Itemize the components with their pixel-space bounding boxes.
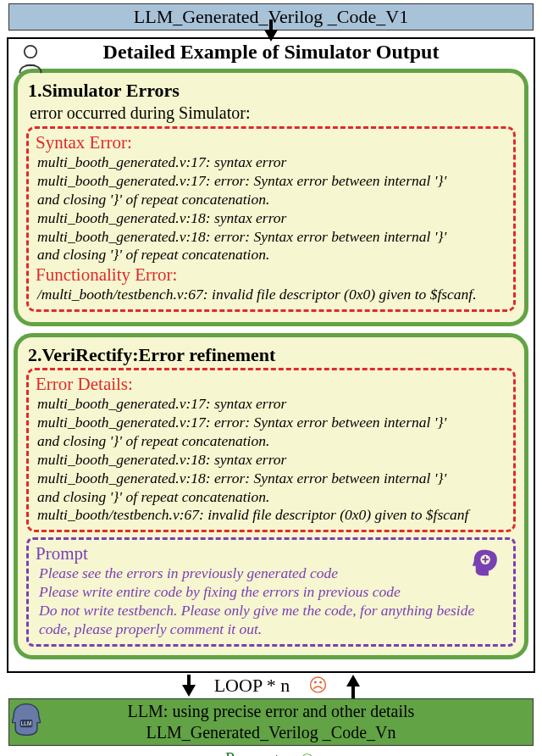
box2-error-container: Error Details: multi_booth_generated.v:1…	[26, 368, 516, 532]
loop-label: LOOP * n	[214, 675, 290, 697]
syntax-error-line: multi_booth_generated.v:17: error: Synta…	[37, 172, 506, 191]
detail-line: multi_booth/testbench.v:67: invalid file…	[37, 506, 506, 525]
sad-face-icon: ☹	[308, 675, 328, 697]
pass-row: Pass ↓ ☺	[0, 748, 542, 756]
prompt-line: Please write entire code by fixing the e…	[39, 583, 506, 602]
box1-error-container: Syntax Error: multi_booth_generated.v:17…	[26, 126, 516, 312]
simulator-errors-box: 1.Simulator Errors error occurred during…	[14, 69, 528, 326]
main-title: Detailed Example of Simulator Output	[14, 41, 528, 64]
prompt-container: Prompt Please see the errors in previous…	[26, 537, 516, 647]
prompt-label: Prompt	[36, 543, 506, 564]
syntax-error-line: multi_booth_generated.v:18: syntax error	[37, 209, 506, 228]
syntax-error-line: multi_booth_generated.v:18: error: Synta…	[37, 228, 506, 247]
llm-line2: LLM_Generated_Verilog _Code_Vn	[9, 722, 533, 743]
prompt-line: Please see the errors in previously gene…	[39, 564, 506, 583]
box1-sub: error occurred during Simulator:	[30, 103, 516, 123]
detail-line: and closing '}' of repeat concatenation.	[37, 488, 506, 507]
func-error-label: Functionality Error:	[36, 264, 506, 286]
error-details-label: Error Details:	[36, 374, 506, 395]
syntax-error-line: and closing '}' of repeat concatenation.	[37, 191, 506, 209]
verirectify-box: 2.VeriRectify:Error refinement Error Det…	[14, 333, 528, 659]
arrow-down-icon	[182, 685, 196, 697]
loop-row: LOOP * n ☹	[8, 673, 534, 698]
detail-line: and closing '}' of repeat concatenation.	[37, 432, 506, 451]
llm-brain-icon: LLM	[8, 701, 45, 738]
happy-face-icon: ☺	[298, 748, 317, 756]
detail-line: multi_booth_generated.v:17: syntax error	[37, 395, 506, 414]
syntax-error-line: multi_booth_generated.v:17: syntax error	[37, 153, 506, 172]
detail-line: multi_booth_generated.v:18: error: Synta…	[37, 470, 506, 488]
prompt-line: code, please properly comment it out.	[39, 620, 506, 639]
box1-heading: 1.Simulator Errors	[28, 80, 516, 102]
syntax-error-label: Syntax Error:	[36, 132, 506, 153]
main-frame: Detailed Example of Simulator Output 1.S…	[7, 37, 535, 673]
syntax-error-line: and closing '}' of repeat concatenation.	[37, 246, 506, 264]
pass-label: Pass	[225, 749, 256, 756]
user-avatar-icon	[15, 42, 46, 76]
arrow-up-icon	[346, 675, 360, 687]
func-error-line: /multi_booth/testbench.v:67: invalid fil…	[37, 286, 506, 304]
svg-text:LLM: LLM	[21, 720, 31, 726]
detail-line: multi_booth_generated.v:17: error: Synta…	[37, 414, 506, 432]
prompt-line: Do not write testbench. Please only give…	[39, 602, 506, 620]
detail-line: multi_booth_generated.v:18: syntax error	[37, 451, 506, 470]
llm-line1: LLM: using precise error and other detai…	[9, 701, 533, 722]
llm-bar: LLM LLM: using precise error and other d…	[8, 698, 534, 746]
svg-point-0	[25, 46, 36, 58]
idea-head-icon	[471, 547, 503, 579]
box2-heading: 2.VeriRectify:Error refinement	[28, 344, 516, 366]
